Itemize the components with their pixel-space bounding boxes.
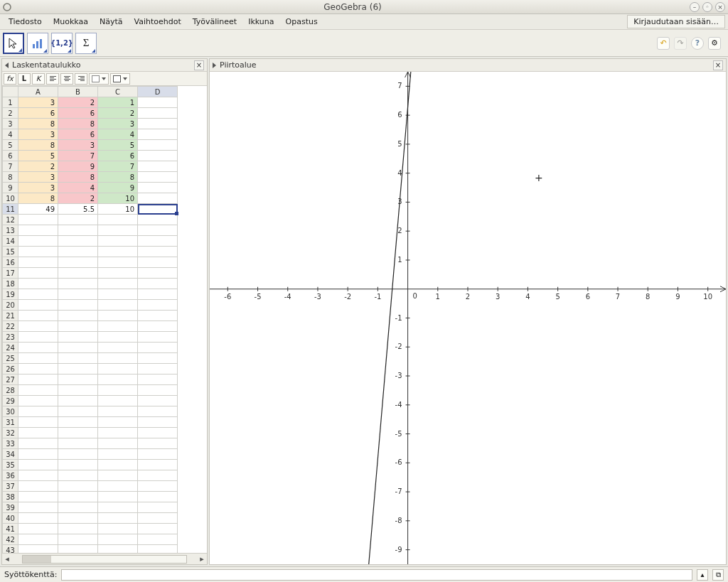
cell[interactable] [58, 524, 98, 534]
col-header-A[interactable]: A [18, 87, 58, 97]
row-header[interactable]: 11 [3, 204, 18, 215]
cell[interactable]: 3 [18, 97, 58, 108]
row-header[interactable]: 43 [3, 545, 18, 554]
cell[interactable] [138, 385, 178, 396]
cell[interactable] [98, 279, 138, 289]
row-header[interactable]: 20 [3, 300, 18, 311]
cell[interactable]: 49 [18, 204, 58, 215]
cell[interactable] [58, 257, 98, 268]
cell[interactable] [138, 140, 178, 151]
cell[interactable] [98, 513, 138, 524]
cell[interactable] [18, 268, 58, 279]
cell[interactable] [58, 406, 98, 417]
spreadsheet-panel-header[interactable]: Laskentataulukko × [2, 59, 207, 72]
cell[interactable] [58, 268, 98, 279]
cell[interactable] [18, 279, 58, 289]
cell[interactable] [58, 502, 98, 513]
cell[interactable] [138, 193, 178, 204]
cell[interactable] [18, 311, 58, 321]
row-header[interactable]: 24 [3, 343, 18, 353]
cell[interactable] [58, 438, 98, 449]
help-icon[interactable]: ? [691, 37, 704, 50]
cell[interactable]: 8 [58, 172, 98, 183]
cell[interactable] [58, 300, 98, 311]
cell[interactable] [138, 161, 178, 172]
cell[interactable] [138, 108, 178, 119]
input-field[interactable] [61, 569, 692, 581]
cell[interactable] [18, 332, 58, 343]
cell[interactable] [58, 385, 98, 396]
cell[interactable] [18, 460, 58, 470]
cell[interactable]: 7 [98, 161, 138, 172]
row-header[interactable]: 23 [3, 332, 18, 343]
cell[interactable] [138, 300, 178, 311]
cell[interactable] [58, 332, 98, 343]
cell[interactable]: 6 [18, 108, 58, 119]
cell[interactable] [138, 225, 178, 236]
cell[interactable] [138, 460, 178, 470]
cell[interactable] [138, 279, 178, 289]
border-button[interactable] [110, 73, 130, 85]
cell[interactable] [18, 300, 58, 311]
row-header[interactable]: 41 [3, 524, 18, 534]
row-header[interactable]: 4 [3, 129, 18, 140]
cell[interactable] [98, 236, 138, 247]
cell[interactable] [58, 417, 98, 428]
cell[interactable]: 4 [58, 183, 98, 193]
row-header[interactable]: 37 [3, 481, 18, 492]
cell[interactable]: 2 [98, 108, 138, 119]
cell[interactable]: 10 [98, 193, 138, 204]
cell[interactable]: 8 [98, 172, 138, 183]
move-tool[interactable] [3, 33, 24, 54]
row-header[interactable]: 2 [3, 108, 18, 119]
cell[interactable] [138, 343, 178, 353]
cell[interactable] [58, 513, 98, 524]
input-help-button[interactable]: ⧉ [712, 569, 724, 581]
cell[interactable] [138, 374, 178, 385]
fill-color-button[interactable] [89, 73, 109, 85]
cell[interactable] [98, 225, 138, 236]
cell[interactable] [98, 428, 138, 438]
spreadsheet-close-button[interactable]: × [194, 60, 204, 70]
cell[interactable] [58, 364, 98, 374]
cell[interactable] [98, 332, 138, 343]
spreadsheet-hscroll[interactable]: ◂▸ [2, 553, 207, 564]
cell[interactable] [98, 300, 138, 311]
row-header[interactable]: 40 [3, 513, 18, 524]
cell[interactable] [138, 470, 178, 481]
cell[interactable] [18, 513, 58, 524]
row-header[interactable]: 31 [3, 417, 18, 428]
cell[interactable] [138, 406, 178, 417]
cell[interactable] [58, 311, 98, 321]
cell[interactable] [98, 534, 138, 545]
row-header[interactable]: 18 [3, 279, 18, 289]
cell[interactable] [18, 470, 58, 481]
cell[interactable] [18, 225, 58, 236]
cell[interactable]: 8 [18, 140, 58, 151]
row-header[interactable]: 27 [3, 374, 18, 385]
cell[interactable] [98, 215, 138, 225]
row-header[interactable]: 5 [3, 140, 18, 151]
cell[interactable] [98, 492, 138, 502]
cell[interactable] [138, 492, 178, 502]
col-header-D[interactable]: D [138, 87, 178, 97]
cell[interactable] [138, 268, 178, 279]
cell[interactable] [98, 460, 138, 470]
row-header[interactable]: 13 [3, 225, 18, 236]
menu-view[interactable]: Näytä [94, 16, 129, 28]
input-history-button[interactable]: ▴ [697, 569, 708, 581]
cell[interactable] [98, 374, 138, 385]
cell[interactable] [58, 545, 98, 554]
cell[interactable]: 7 [58, 151, 98, 161]
cell[interactable] [58, 449, 98, 460]
graphics-view[interactable]: -6-5-4-3-2-112345678910-9-8-7-6-5-4-3-2-… [210, 72, 726, 564]
cell[interactable] [138, 215, 178, 225]
row-header[interactable]: 22 [3, 321, 18, 332]
cell[interactable]: 2 [18, 161, 58, 172]
cell[interactable] [138, 438, 178, 449]
analysis-tool[interactable] [27, 33, 48, 54]
row-header[interactable]: 12 [3, 215, 18, 225]
cell[interactable] [58, 353, 98, 364]
cell[interactable]: 3 [18, 183, 58, 193]
cell[interactable] [18, 364, 58, 374]
